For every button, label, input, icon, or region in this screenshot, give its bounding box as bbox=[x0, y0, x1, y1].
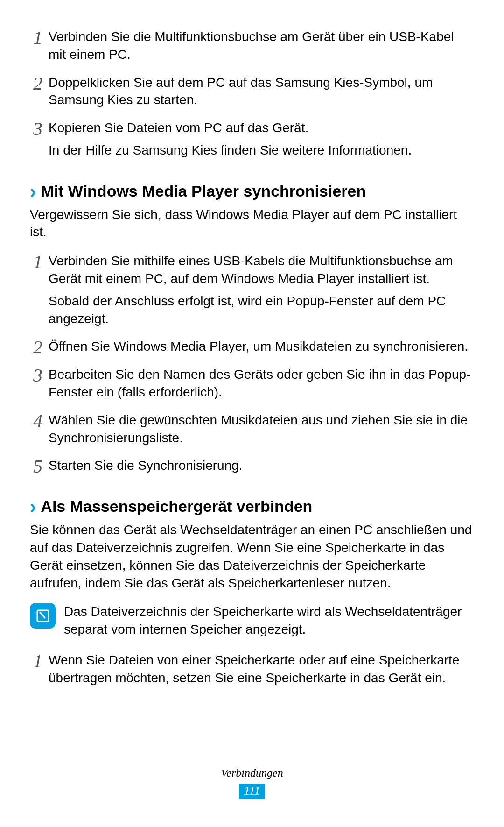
list-item: 3 Bearbeiten Sie den Namen des Geräts od… bbox=[49, 366, 474, 401]
step-text: Wählen Sie die gewünschten Musikdateien … bbox=[49, 413, 468, 445]
list-item: 1 Verbinden Sie mithilfe eines USB-Kabel… bbox=[49, 252, 474, 327]
step-text: Doppelklicken Sie auf dem PC auf das Sam… bbox=[49, 75, 433, 107]
note-icon bbox=[30, 603, 56, 629]
section-heading: › Mit Windows Media Player synchronisier… bbox=[30, 181, 474, 202]
page-number: 111 bbox=[239, 784, 265, 799]
section-windows-media-player: › Mit Windows Media Player synchronisier… bbox=[30, 181, 474, 474]
note-text: Das Dateiverzeichnis der Speicherkarte w… bbox=[64, 603, 474, 638]
step-text: Verbinden Sie die Multifunktionsbuchse a… bbox=[49, 29, 454, 62]
list-item: 2 Doppelklicken Sie auf dem PC auf das S… bbox=[49, 74, 474, 109]
section-intro: Sie können das Gerät als Wechseldatenträ… bbox=[30, 521, 474, 592]
section-title: Als Massenspeichergerät verbinden bbox=[41, 496, 312, 517]
list-item: 2 Öffnen Sie Windows Media Player, um Mu… bbox=[49, 338, 474, 355]
step-text: Bearbeiten Sie den Namen des Geräts oder… bbox=[49, 367, 470, 399]
step-number: 1 bbox=[30, 249, 46, 275]
step-number: 2 bbox=[30, 335, 46, 360]
step-text: Wenn Sie Dateien von einer Speicherkarte… bbox=[49, 653, 459, 685]
step-text: Kopieren Sie Dateien vom PC auf das Gerä… bbox=[49, 120, 308, 135]
steps-list-b: 1 Verbinden Sie mithilfe eines USB-Kabel… bbox=[30, 252, 474, 474]
step-number: 5 bbox=[30, 454, 46, 479]
steps-list-c: 1 Wenn Sie Dateien von einer Speicherkar… bbox=[30, 651, 474, 687]
page-footer: Verbindungen 111 bbox=[0, 765, 504, 799]
step-text: Starten Sie die Synchronisierung. bbox=[49, 458, 243, 473]
list-item: 1 Wenn Sie Dateien von einer Speicherkar… bbox=[49, 651, 474, 687]
step-number: 1 bbox=[30, 649, 46, 674]
step-number: 1 bbox=[30, 25, 46, 50]
steps-list-a: 1 Verbinden Sie die Multifunktionsbuchse… bbox=[30, 28, 474, 159]
footer-section-label: Verbindungen bbox=[0, 765, 504, 780]
section-intro: Vergewissern Sie sich, dass Windows Medi… bbox=[30, 206, 474, 241]
list-item: 1 Verbinden Sie die Multifunktionsbuchse… bbox=[49, 28, 474, 64]
note-block: Das Dateiverzeichnis der Speicherkarte w… bbox=[30, 603, 474, 638]
chevron-icon: › bbox=[30, 497, 36, 516]
step-text-extra: In der Hilfe zu Samsung Kies finden Sie … bbox=[49, 141, 474, 159]
list-item: 4 Wählen Sie die gewünschten Musikdateie… bbox=[49, 411, 474, 447]
step-number: 3 bbox=[30, 363, 46, 388]
step-text-extra: Sobald der Anschluss erfolgt ist, wird e… bbox=[49, 292, 474, 328]
step-number: 4 bbox=[30, 409, 46, 434]
list-item: 3 Kopieren Sie Dateien vom PC auf das Ge… bbox=[49, 119, 474, 159]
step-text: Verbinden Sie mithilfe eines USB-Kabels … bbox=[49, 254, 453, 286]
step-number: 2 bbox=[30, 71, 46, 96]
section-mass-storage: › Als Massenspeichergerät verbinden Sie … bbox=[30, 496, 474, 686]
step-text: Öffnen Sie Windows Media Player, um Musi… bbox=[49, 339, 468, 353]
section-heading: › Als Massenspeichergerät verbinden bbox=[30, 496, 474, 517]
section-title: Mit Windows Media Player synchronisieren bbox=[41, 181, 366, 202]
step-number: 3 bbox=[30, 116, 46, 141]
chevron-icon: › bbox=[30, 182, 36, 201]
list-item: 5 Starten Sie die Synchronisierung. bbox=[49, 457, 474, 474]
manual-page: 1 Verbinden Sie die Multifunktionsbuchse… bbox=[0, 0, 504, 827]
